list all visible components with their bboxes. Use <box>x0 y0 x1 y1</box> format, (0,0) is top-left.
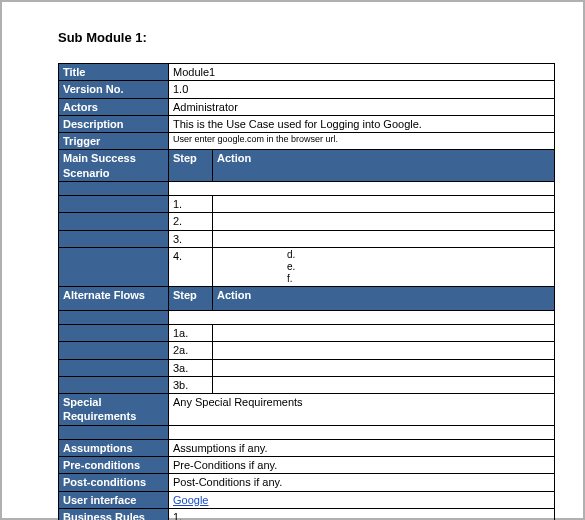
label-description: Description <box>59 115 169 132</box>
label-biz-rules: Business Rules <box>59 508 169 520</box>
row-alt-3b: 3b. <box>59 376 555 393</box>
row-ui: User interface Google <box>59 491 555 508</box>
value-actors: Administrator <box>169 98 555 115</box>
row-main-1: 1. <box>59 196 555 213</box>
label-trigger: Trigger <box>59 133 169 150</box>
value-trigger: User enter google.com in the browser url… <box>169 133 555 150</box>
row-special-req: Special Requirements Any Special Require… <box>59 394 555 426</box>
usecase-table: Title Module1 Version No. 1.0 Actors Adm… <box>58 63 555 520</box>
value-assumptions: Assumptions if any. <box>169 439 555 456</box>
label-action: Action <box>213 150 555 182</box>
value-post-cond: Post-Conditions if any. <box>169 474 555 491</box>
label-assumptions: Assumptions <box>59 439 169 456</box>
row-main-scenario-header: Main Success Scenario Step Action <box>59 150 555 182</box>
row-alt-3a: 3a. <box>59 359 555 376</box>
value-description: This is the Use Case used for Logging in… <box>169 115 555 132</box>
row-main-blank <box>59 182 555 196</box>
row-alt-1a: 1a. <box>59 324 555 341</box>
row-post-cond: Post-conditions Post-Conditions if any. <box>59 474 555 491</box>
value-title: Module1 <box>169 64 555 81</box>
label-main-scenario: Main Success Scenario <box>59 150 169 182</box>
label-step-alt: Step <box>169 286 213 310</box>
step-4: 4. <box>169 247 213 286</box>
value-pre-cond: Pre-Conditions if any. <box>169 457 555 474</box>
label-special-req: Special Requirements <box>59 394 169 426</box>
row-biz-1: Business Rules 1. <box>59 508 555 520</box>
label-action-alt: Action <box>213 286 555 310</box>
row-alt-2a: 2a. <box>59 342 555 359</box>
row-alt-blank <box>59 310 555 324</box>
label-title: Title <box>59 64 169 81</box>
row-special-blank <box>59 425 555 439</box>
row-main-4: 4. d.e.f. <box>59 247 555 286</box>
row-pre-cond: Pre-conditions Pre-Conditions if any. <box>59 457 555 474</box>
row-description: Description This is the Use Case used fo… <box>59 115 555 132</box>
row-trigger: Trigger User enter google.com in the bro… <box>59 133 555 150</box>
row-title: Title Module1 <box>59 64 555 81</box>
value-version: 1.0 <box>169 81 555 98</box>
step-3: 3. <box>169 230 213 247</box>
label-post-cond: Post-conditions <box>59 474 169 491</box>
row-version: Version No. 1.0 <box>59 81 555 98</box>
label-ui: User interface <box>59 491 169 508</box>
page-title: Sub Module 1: <box>58 30 555 45</box>
label-version: Version No. <box>59 81 169 98</box>
step-4-sub: d.e.f. <box>213 247 555 286</box>
label-step: Step <box>169 150 213 182</box>
row-actors: Actors Administrator <box>59 98 555 115</box>
step-2: 2. <box>169 213 213 230</box>
page: Sub Module 1: Title Module1 Version No. … <box>0 0 585 520</box>
row-main-2: 2. <box>59 213 555 230</box>
value-ui: Google <box>169 491 555 508</box>
label-actors: Actors <box>59 98 169 115</box>
value-special-req: Any Special Requirements <box>169 394 555 426</box>
row-main-3: 3. <box>59 230 555 247</box>
row-assumptions: Assumptions Assumptions if any. <box>59 439 555 456</box>
google-link[interactable]: Google <box>173 494 208 506</box>
step-1: 1. <box>169 196 213 213</box>
row-alt-header: Alternate Flows Step Action <box>59 286 555 310</box>
label-pre-cond: Pre-conditions <box>59 457 169 474</box>
label-alt-flows: Alternate Flows <box>59 286 169 310</box>
